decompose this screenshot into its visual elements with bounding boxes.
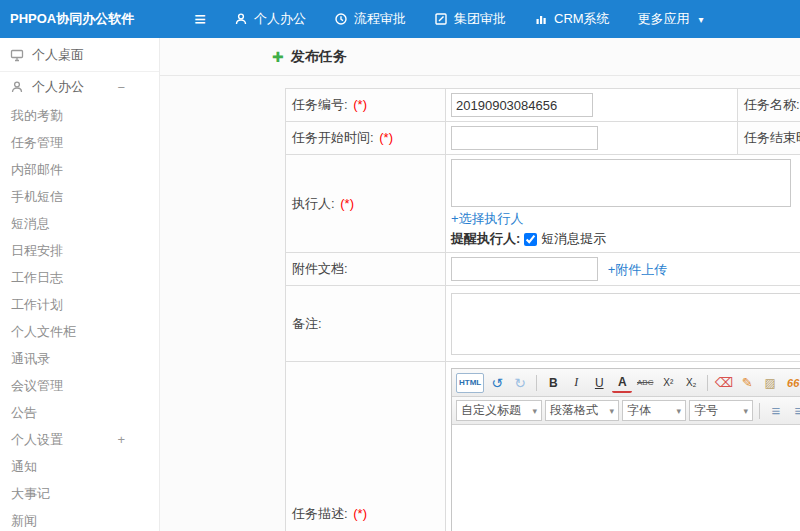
end-time-label-cell: 任务结束时间: (*) <box>738 122 800 155</box>
description-edit-area[interactable] <box>452 425 800 531</box>
chevron-down-icon: ▾ <box>676 406 681 416</box>
nav-label: 集团审批 <box>454 10 506 28</box>
paragraph-format-select[interactable]: 段落格式 ▾ <box>545 400 619 421</box>
sidebar-item-meeting-management[interactable]: 会议管理 <box>0 372 159 399</box>
remove-format-icon[interactable]: ⌫ <box>714 373 734 393</box>
sidebar-item-label: 公告 <box>11 404 37 422</box>
sidebar-item-schedule[interactable]: 日程安排 <box>0 237 159 264</box>
executor-textarea[interactable] <box>451 159 791 207</box>
expand-icon[interactable]: + <box>117 426 125 453</box>
hamburger-menu-icon[interactable]: ≡ <box>180 8 220 31</box>
edit-square-icon <box>434 12 448 26</box>
sidebar-item-news[interactable]: 新闻 <box>0 507 159 531</box>
sidebar-item-task-management[interactable]: 任务管理 <box>0 129 159 156</box>
sidebar-item-attendance[interactable]: 我的考勤 <box>0 102 159 129</box>
sidebar-item-notice[interactable]: 通知 <box>0 453 159 480</box>
sidebar-item-label: 手机短信 <box>11 188 63 206</box>
field-label: 执行人: <box>292 196 335 211</box>
choose-executor-link[interactable]: +选择执行人 <box>451 211 524 226</box>
executor-label-cell: 执行人: (*) <box>286 155 446 253</box>
subscript-icon[interactable]: X₂ <box>681 373 701 393</box>
font-size-select[interactable]: 字号 ▾ <box>689 400 753 421</box>
field-label: 任务编号: <box>292 97 348 112</box>
align-center-icon[interactable]: ≡ <box>789 401 800 421</box>
field-label: 附件文档: <box>292 261 348 276</box>
attachment-upload-link[interactable]: +附件上传 <box>608 262 668 277</box>
sidebar-item-label: 新闻 <box>11 512 37 530</box>
sidebar-item-label: 工作计划 <box>11 296 63 314</box>
sidebar-item-label: 大事记 <box>11 485 50 503</box>
remark-label-cell: 备注: <box>286 286 446 362</box>
nav-personal-office[interactable]: 个人办公 <box>220 0 320 38</box>
chevron-down-icon: ▾ <box>743 406 748 416</box>
top-header: PHPOA协同办公软件 ≡ 个人办公 流程审批 集团审批 CRM系统 <box>0 0 800 38</box>
format-painter-icon[interactable]: ✎ <box>737 373 757 393</box>
font-style-icon[interactable]: A <box>612 373 632 393</box>
sidebar-item-contacts[interactable]: 通讯录 <box>0 345 159 372</box>
sidebar-item-personal-desktop[interactable]: 个人桌面 <box>0 38 159 72</box>
toolbar-separator <box>759 403 760 419</box>
sidebar-item-personal-office[interactable]: 个人办公 − <box>0 72 159 102</box>
select-label: 字号 <box>694 402 718 419</box>
fill-color-icon[interactable]: ▨ <box>760 373 780 393</box>
clock-icon <box>334 12 348 26</box>
nav-label: 个人办公 <box>254 10 306 28</box>
start-time-input[interactable] <box>451 126 598 150</box>
task-number-label-cell: 任务编号: (*) <box>286 89 446 122</box>
sidebar-item-announcement[interactable]: 公告 <box>0 399 159 426</box>
nav-more-apps[interactable]: 更多应用 ▾ <box>624 0 718 38</box>
main-content: ✚ 发布任务 任务编号: (*) 任务名称: (*) <box>160 38 800 531</box>
sidebar-item-short-message[interactable]: 短消息 <box>0 210 159 237</box>
collapse-icon[interactable]: − <box>117 72 125 102</box>
nav-workflow-approval[interactable]: 流程审批 <box>320 0 420 38</box>
editor-toolbar-row1: HTML ↺ ↻ B I U A ABC X² X₂ <box>452 369 800 397</box>
select-label: 自定义标题 <box>461 402 521 419</box>
sidebar: 个人桌面 个人办公 − 我的考勤 任务管理 内部邮件 手机短信 短消息 日程安排… <box>0 38 160 531</box>
attachment-input[interactable] <box>451 257 598 281</box>
sidebar-item-label: 任务管理 <box>11 134 63 152</box>
sidebar-item-label: 我的考勤 <box>11 107 63 125</box>
custom-title-select[interactable]: 自定义标题 ▾ <box>456 400 542 421</box>
field-label: 任务描述: <box>292 506 348 521</box>
sms-remind-checkbox[interactable] <box>524 233 537 246</box>
sidebar-item-internal-mail[interactable]: 内部邮件 <box>0 156 159 183</box>
sidebar-item-work-plan[interactable]: 工作计划 <box>0 291 159 318</box>
sidebar-item-work-log[interactable]: 工作日志 <box>0 264 159 291</box>
page-title: 发布任务 <box>291 48 347 66</box>
task-name-label-cell: 任务名称: (*) <box>738 89 800 122</box>
font-family-select[interactable]: 字体 ▾ <box>622 400 686 421</box>
sidebar-item-label: 短消息 <box>11 215 50 233</box>
redo-icon[interactable]: ↻ <box>510 373 530 393</box>
desktop-icon <box>10 48 24 62</box>
sidebar-item-personal-settings[interactable]: 个人设置 + <box>0 426 159 453</box>
nav-group-approval[interactable]: 集团审批 <box>420 0 520 38</box>
strikethrough-icon[interactable]: ABC <box>635 373 655 393</box>
sidebar-item-mobile-sms[interactable]: 手机短信 <box>0 183 159 210</box>
description-label-cell: 任务描述: (*) <box>286 362 446 531</box>
align-left-icon[interactable]: ≡ <box>766 401 786 421</box>
sidebar-item-events[interactable]: 大事记 <box>0 480 159 507</box>
sidebar-item-label: 日程安排 <box>11 242 63 260</box>
remark-textarea[interactable] <box>451 293 800 355</box>
attachment-label-cell: 附件文档: <box>286 253 446 286</box>
blockquote-icon[interactable]: 66 <box>783 373 800 393</box>
required-mark: (*) <box>353 97 367 112</box>
bar-chart-icon <box>534 12 548 26</box>
select-label: 段落格式 <box>550 402 598 419</box>
task-number-input[interactable] <box>451 93 593 117</box>
bold-icon[interactable]: B <box>543 373 563 393</box>
undo-icon[interactable]: ↺ <box>487 373 507 393</box>
start-time-label-cell: 任务开始时间: (*) <box>286 122 446 155</box>
source-code-icon[interactable]: HTML <box>456 373 484 393</box>
italic-icon[interactable]: I <box>566 373 586 393</box>
page-title-bar: ✚ 发布任务 <box>160 38 800 76</box>
sidebar-item-personal-files[interactable]: 个人文件柜 <box>0 318 159 345</box>
nav-crm-system[interactable]: CRM系统 <box>520 0 624 38</box>
underline-icon[interactable]: U <box>589 373 609 393</box>
sidebar-item-label: 个人桌面 <box>32 46 84 64</box>
superscript-icon[interactable]: X² <box>658 373 678 393</box>
required-mark: (*) <box>379 130 393 145</box>
nav-label: CRM系统 <box>554 10 610 28</box>
field-label: 任务开始时间: <box>292 130 374 145</box>
person-icon <box>234 12 248 26</box>
